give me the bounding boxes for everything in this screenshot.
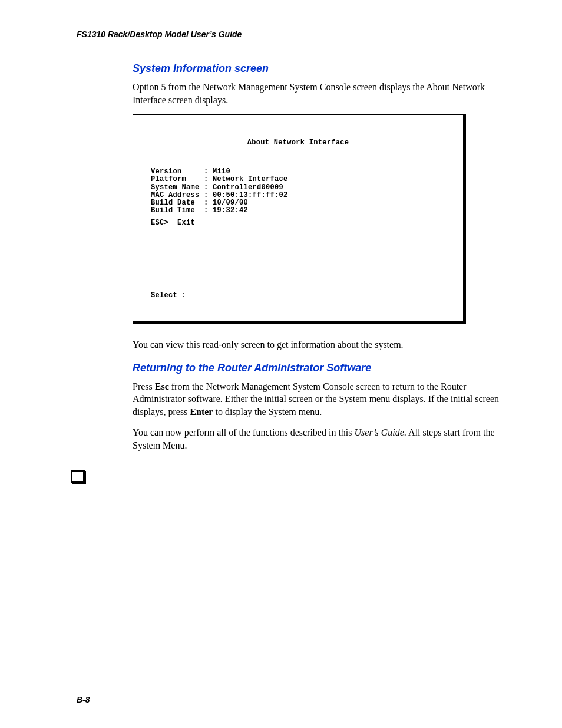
term-label: Platform (151, 175, 186, 183)
term-row: Platform : Network Interface (151, 175, 288, 183)
terminal-screenshot: About Network Interface Version : Mii0 P… (133, 114, 466, 324)
end-of-section-icon (71, 470, 85, 483)
term-value: 10/09/00 (213, 199, 248, 207)
key-enter: Enter (190, 407, 213, 417)
term-label: System Name (151, 183, 200, 192)
key-esc: Esc (155, 381, 169, 391)
term-row: MAC Address : 00:50:13:ff:ff:02 (151, 191, 288, 199)
term-row: Build Time : 19:32:42 (151, 206, 248, 215)
term-esc-line: ESC> Exit (151, 219, 195, 227)
paragraph: You can now perform all of the functions… (133, 426, 503, 452)
emphasis-users-guide: User’s Guide (355, 427, 404, 437)
term-row: Build Date : 10/09/00 (151, 199, 248, 207)
terminal-title: About Network Interface (145, 139, 451, 147)
heading-system-information: System Information screen (133, 62, 503, 75)
term-value: Network Interface (213, 175, 288, 183)
term-select-line: Select : (151, 291, 186, 299)
page-number: B-8 (77, 695, 90, 704)
text-run: You can now perform all of the functions… (133, 427, 355, 437)
text-run: Press (133, 381, 155, 391)
terminal-body: Version : Mii0 Platform : Network Interf… (151, 168, 451, 300)
paragraph: Press Esc from the Network Management Sy… (133, 380, 503, 419)
terminal-content: About Network Interface Version : Mii0 P… (133, 115, 463, 321)
main-content: System Information screen Option 5 from … (133, 62, 503, 452)
term-value: Mii0 (213, 167, 230, 176)
paragraph: You can view this read-only screen to ge… (133, 338, 503, 351)
term-value: 00:50:13:ff:ff:02 (213, 191, 288, 199)
term-label: Build Date (151, 199, 195, 207)
paragraph: Option 5 from the Network Management Sys… (133, 81, 503, 106)
term-value: Controllerd00009 (213, 183, 283, 192)
document-page: FS1310 Rack/Desktop Model User’s Guide S… (0, 0, 562, 728)
heading-returning: Returning to the Router Administrator So… (133, 362, 503, 374)
term-row: Version : Mii0 (151, 167, 230, 176)
term-label: Version (151, 167, 182, 176)
term-value: 19:32:42 (213, 206, 248, 215)
running-header: FS1310 Rack/Desktop Model User’s Guide (77, 29, 503, 39)
text-run: to display the System menu. (213, 407, 322, 417)
term-label: MAC Address (151, 191, 200, 199)
term-row: System Name : Controllerd00009 (151, 183, 283, 192)
term-label: Build Time (151, 206, 195, 215)
